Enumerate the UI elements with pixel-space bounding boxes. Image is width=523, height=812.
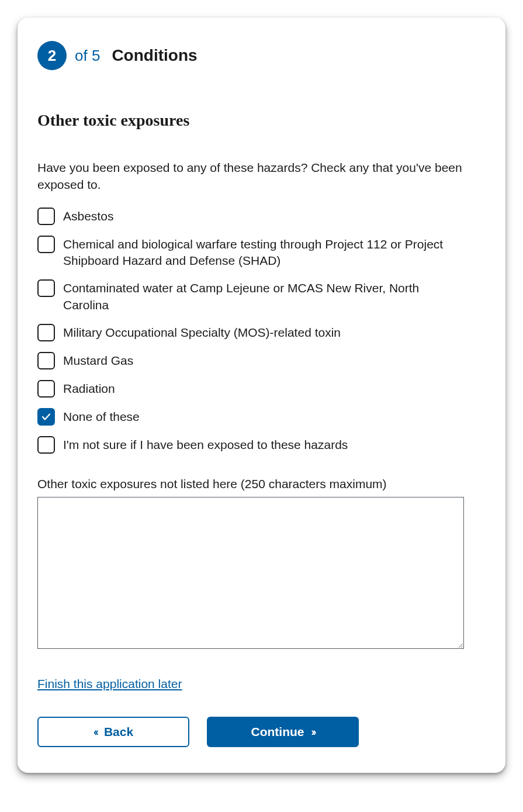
step-number-badge: 2 bbox=[37, 41, 67, 70]
back-button-label: Back bbox=[104, 725, 133, 739]
continue-button-label: Continue bbox=[251, 725, 304, 739]
form-card: 2 of 5 Conditions Other toxic exposures … bbox=[18, 18, 505, 773]
question-text: Have you been exposed to any of these ha… bbox=[37, 159, 470, 194]
continue-button[interactable]: Continue ›› bbox=[207, 717, 359, 747]
other-textarea[interactable] bbox=[37, 497, 464, 649]
chevron-left-icon: ‹‹ bbox=[93, 726, 97, 738]
checkbox[interactable] bbox=[37, 208, 55, 225]
step-of-text: of 5 bbox=[75, 47, 100, 65]
checkbox-label: Radiation bbox=[63, 380, 115, 397]
checkbox-row: Military Occupational Specialty (MOS)-re… bbox=[37, 324, 486, 341]
checkbox-label: Contaminated water at Camp Lejeune or MC… bbox=[63, 279, 449, 313]
back-button[interactable]: ‹‹ Back bbox=[37, 717, 189, 747]
checkbox-row: Chemical and biological warfare testing … bbox=[37, 236, 486, 269]
chevron-right-icon: ›› bbox=[311, 726, 314, 738]
checkbox-row: Contaminated water at Camp Lejeune or MC… bbox=[37, 279, 486, 313]
other-textarea-label: Other toxic exposures not listed here (2… bbox=[37, 477, 486, 491]
checkbox[interactable] bbox=[37, 380, 55, 398]
checkbox-row: Asbestos bbox=[37, 208, 486, 225]
checkbox[interactable] bbox=[37, 279, 55, 297]
step-header: 2 of 5 Conditions bbox=[37, 41, 486, 70]
checkbox-label: None of these bbox=[63, 408, 140, 425]
finish-later-link[interactable]: Finish this application later bbox=[37, 677, 182, 691]
checkbox-label: Mustard Gas bbox=[63, 352, 133, 369]
checkbox[interactable] bbox=[37, 408, 55, 426]
checkbox-row: I'm not sure if I have been exposed to t… bbox=[37, 436, 486, 454]
checkbox-row: Mustard Gas bbox=[37, 352, 486, 369]
checkbox-row: None of these bbox=[37, 408, 486, 426]
checkbox-list: AsbestosChemical and biological warfare … bbox=[37, 208, 486, 454]
section-heading: Other toxic exposures bbox=[37, 111, 486, 130]
checkbox[interactable] bbox=[37, 352, 55, 369]
step-title: Conditions bbox=[112, 46, 197, 65]
checkbox-label: Asbestos bbox=[63, 208, 113, 224]
step-number: 2 bbox=[48, 47, 56, 65]
checkbox-label: Military Occupational Specialty (MOS)-re… bbox=[63, 324, 341, 341]
checkbox[interactable] bbox=[37, 324, 55, 341]
button-row: ‹‹ Back Continue ›› bbox=[37, 717, 486, 747]
checkbox-row: Radiation bbox=[37, 380, 486, 398]
checkbox-label: I'm not sure if I have been exposed to t… bbox=[63, 436, 348, 453]
checkbox[interactable] bbox=[37, 436, 55, 454]
checkbox[interactable] bbox=[37, 236, 55, 253]
checkbox-label: Chemical and biological warfare testing … bbox=[63, 236, 449, 269]
